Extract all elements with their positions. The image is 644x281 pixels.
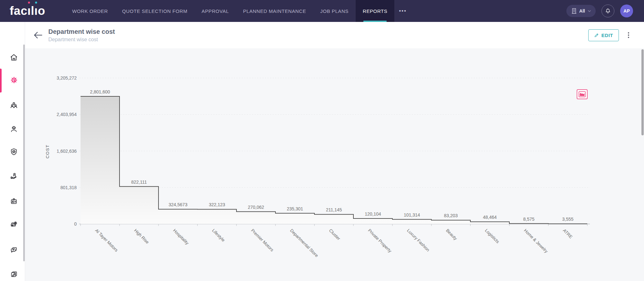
bell-icon xyxy=(605,8,611,15)
value-label: 120,104 xyxy=(365,211,381,217)
scope-selected-label: All xyxy=(579,8,585,14)
chart-type-button[interactable] xyxy=(577,89,588,99)
main-area: Department wise cost Department wise cos… xyxy=(25,22,644,281)
team-icon xyxy=(10,101,18,109)
sidebar-item-vendor[interactable] xyxy=(7,170,20,182)
edit-button[interactable]: EDIT xyxy=(588,29,619,41)
value-label: 235,301 xyxy=(287,206,303,211)
value-label: 8,575 xyxy=(523,217,534,222)
cost-step-area-chart: 0801,3181,602,6362,403,9543,205,272COST2… xyxy=(25,48,644,281)
sidebar-item-purchase[interactable] xyxy=(7,218,20,230)
notifications-button[interactable] xyxy=(601,5,614,17)
brand-logo[interactable]: facılıo xyxy=(0,0,55,22)
x-axis-labels: Al Tayer MotorsHigh RiseHospitalityLifes… xyxy=(94,228,573,258)
x-axis-label: Luxury Fashion xyxy=(406,228,430,253)
page-header: Department wise cost Department wise cos… xyxy=(25,22,644,48)
x-axis-label: Private Property xyxy=(367,228,392,254)
page-title: Department wise cost xyxy=(48,28,115,35)
sidebar-item-safety[interactable] xyxy=(7,146,20,158)
sidebar-item-gallery[interactable] xyxy=(7,269,20,279)
x-axis-label: Beauty xyxy=(445,228,458,241)
home-icon xyxy=(10,53,18,62)
back-arrow-icon xyxy=(34,32,43,39)
value-label: 270,062 xyxy=(248,205,264,210)
sidebar-item-settings[interactable] xyxy=(7,279,20,281)
vendor-hand-icon xyxy=(10,172,18,180)
x-axis-label: Premier Motors xyxy=(250,228,274,253)
x-axis-label: Home & Jewelry xyxy=(523,228,549,254)
x-axis-label: Cluster xyxy=(328,228,341,241)
app-sidebar xyxy=(0,22,25,281)
pencil-icon xyxy=(594,33,599,38)
value-labels: 2,801,600822,111324,5673322,123270,06223… xyxy=(90,89,573,222)
x-axis-label: Hospitality xyxy=(172,228,190,246)
more-options-icon[interactable] xyxy=(626,30,631,40)
x-axis-label: High Rise xyxy=(133,228,150,245)
id-badge-icon xyxy=(10,197,18,205)
brand-i-dot: ı xyxy=(34,0,38,22)
page-scrollbar[interactable] xyxy=(641,49,644,135)
x-axis-label: Logisticts xyxy=(484,228,500,245)
page-subtitle: Department wise cost xyxy=(48,37,115,43)
area-chart-icon xyxy=(579,91,586,97)
x-axis-ticks xyxy=(81,224,587,226)
sidebar-item-team[interactable] xyxy=(7,99,20,111)
value-label: 3,555 xyxy=(562,217,573,222)
sidebar-item-home[interactable] xyxy=(7,52,20,63)
chevron-down-icon xyxy=(588,10,591,12)
edit-button-label: EDIT xyxy=(601,33,613,38)
purchase-money-icon xyxy=(10,220,18,228)
value-label: 822,111 xyxy=(131,179,147,185)
site-scope-selector[interactable]: All xyxy=(566,5,596,17)
y-tick-label: 0 xyxy=(74,221,77,227)
building-icon xyxy=(572,8,577,14)
nav-item-reports[interactable]: REPORTS xyxy=(356,0,394,22)
gallery-icon xyxy=(10,270,18,278)
value-label: 101,314 xyxy=(404,212,420,218)
area-fill xyxy=(81,96,587,224)
back-button[interactable] xyxy=(32,29,44,41)
report-content: 0801,3181,602,6362,403,9543,205,272COST2… xyxy=(25,48,644,281)
sidebar-item-employee-badge[interactable] xyxy=(7,195,20,207)
sidebar-item-help[interactable] xyxy=(7,244,20,256)
sidebar-scrollbar[interactable] xyxy=(23,44,25,261)
y-axis-title: COST xyxy=(45,144,50,159)
brand-i-dot: ı xyxy=(27,0,31,22)
value-label: 324,5673 xyxy=(168,202,187,207)
active-item-indicator xyxy=(0,69,2,92)
shield-check-icon xyxy=(10,148,18,156)
y-tick-label: 801,318 xyxy=(60,185,77,190)
y-tick-label: 1,602,636 xyxy=(57,149,77,154)
nav-item-approval[interactable]: APPROVAL xyxy=(195,0,236,22)
help-chat-icon xyxy=(10,246,18,254)
x-axis-label: Lifestyle xyxy=(211,228,226,243)
top-navbar: facılıo WORK ORDERQUOTE SELECTION FORMAP… xyxy=(0,0,644,22)
nav-items: WORK ORDERQUOTE SELECTION FORMAPPROVALPL… xyxy=(65,0,394,22)
sidebar-item-workforce[interactable] xyxy=(7,123,20,135)
maintenance-gear-icon xyxy=(10,76,18,84)
nav-item-quote-selection-form[interactable]: QUOTE SELECTION FORM xyxy=(115,0,195,22)
value-label: 83,203 xyxy=(444,213,458,218)
nav-item-planned-maintenance[interactable]: PLANNED MAINTENANCE xyxy=(236,0,313,22)
value-label: 2,801,600 xyxy=(90,89,110,94)
y-tick-label: 2,403,954 xyxy=(57,112,77,117)
nav-item-work-order[interactable]: WORK ORDER xyxy=(65,0,115,22)
value-label: 322,123 xyxy=(209,202,225,207)
more-menu-icon[interactable]: ••• xyxy=(394,0,411,22)
navbar-right: All AP xyxy=(566,0,644,22)
x-axis-label: Al Tayer Motors xyxy=(94,228,119,253)
nav-item-job-plans[interactable]: JOB PLANS xyxy=(313,0,356,22)
value-label: 211,145 xyxy=(326,207,342,212)
worker-icon xyxy=(10,125,18,133)
sidebar-item-maintenance[interactable] xyxy=(7,74,20,86)
y-axis-labels: 0801,3181,602,6362,403,9543,205,272 xyxy=(57,75,77,227)
y-tick-label: 3,205,272 xyxy=(57,75,77,81)
x-axis-label: Departmental Store xyxy=(289,228,319,258)
user-avatar[interactable]: AP xyxy=(620,5,633,17)
x-axis-label: ATRE xyxy=(562,228,573,239)
value-label: 48,464 xyxy=(483,215,497,220)
